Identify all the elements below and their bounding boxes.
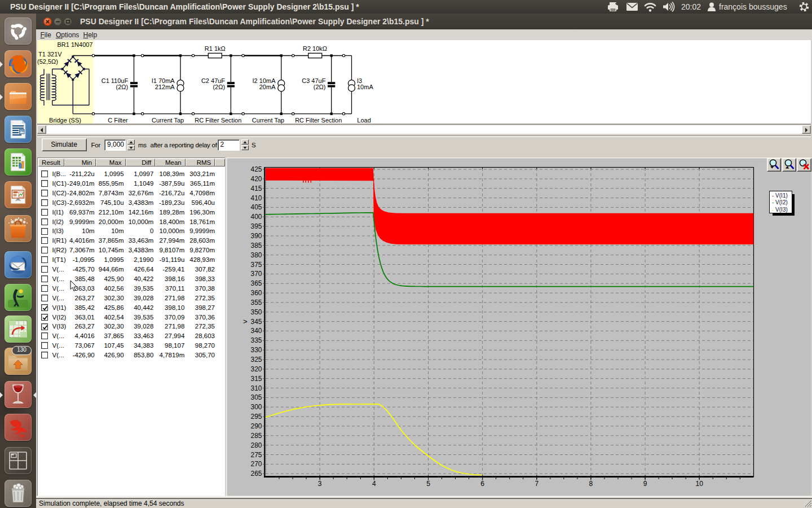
svg-text:425: 425	[250, 165, 262, 173]
svg-text:20:02: 20:02	[681, 2, 701, 11]
svg-text:RC Filter Section: RC Filter Section	[295, 117, 342, 124]
svg-text:10: 10	[695, 479, 703, 487]
svg-text:Current Tap: Current Tap	[252, 117, 284, 124]
svg-text:355: 355	[250, 298, 262, 306]
svg-text:C Filter: C Filter	[108, 117, 128, 124]
svg-text:Load: Load	[357, 117, 370, 124]
svg-text:françois boussuges: françois boussuges	[719, 2, 787, 11]
svg-text:8: 8	[589, 479, 593, 487]
svg-text:270: 270	[250, 460, 262, 468]
svg-text:BR1 1N4007: BR1 1N4007	[58, 41, 93, 48]
svg-text:325: 325	[250, 356, 262, 364]
svg-text:370: 370	[250, 270, 262, 278]
svg-text:Bridge (SS): Bridge (SS)	[49, 117, 81, 124]
svg-text:7: 7	[535, 479, 539, 487]
svg-text:400: 400	[250, 213, 262, 221]
svg-text:212mA: 212mA	[155, 84, 175, 90]
svg-text:9: 9	[643, 479, 647, 487]
svg-text:335: 335	[250, 336, 262, 344]
svg-text:(2Ω): (2Ω)	[213, 84, 225, 90]
svg-text:340: 340	[250, 327, 262, 335]
svg-text:295: 295	[250, 413, 262, 421]
svg-text:4: 4	[372, 479, 376, 487]
svg-text:385: 385	[250, 241, 262, 249]
svg-text:R1 1kΩ: R1 1kΩ	[205, 45, 226, 52]
svg-text:T1 321V: T1 321V	[38, 51, 62, 58]
svg-text:395: 395	[250, 222, 262, 230]
svg-text:320: 320	[250, 365, 262, 373]
svg-text:310: 310	[250, 384, 262, 392]
svg-text:(2Ω): (2Ω)	[116, 84, 129, 90]
svg-text:10mA: 10mA	[357, 84, 373, 90]
svg-text:285: 285	[250, 431, 262, 439]
svg-text:315: 315	[250, 374, 262, 382]
svg-text:415: 415	[250, 184, 262, 192]
svg-text:330: 330	[250, 346, 262, 354]
svg-text:420: 420	[250, 174, 262, 182]
svg-text:3: 3	[317, 479, 321, 487]
svg-text:R2 10kΩ: R2 10kΩ	[303, 45, 327, 52]
svg-text:RC Filter Section: RC Filter Section	[195, 117, 241, 124]
svg-text:275: 275	[250, 450, 262, 458]
svg-text:405: 405	[250, 203, 262, 211]
svg-text:380: 380	[250, 251, 262, 259]
svg-text:390: 390	[250, 231, 262, 239]
svg-text:410: 410	[250, 194, 262, 202]
svg-text:5: 5	[426, 479, 430, 487]
svg-text:265: 265	[250, 470, 262, 478]
svg-text:305: 305	[250, 393, 262, 401]
svg-text:300: 300	[250, 403, 262, 411]
svg-text:(52,5Ω): (52,5Ω)	[37, 58, 58, 65]
svg-text:6: 6	[480, 479, 484, 487]
svg-text:(2Ω): (2Ω)	[314, 84, 326, 90]
svg-text:280: 280	[250, 441, 262, 449]
svg-text:345: 345	[250, 317, 262, 325]
svg-text:360: 360	[250, 289, 262, 297]
svg-text:365: 365	[250, 279, 262, 287]
svg-text:290: 290	[250, 422, 262, 430]
svg-text:350: 350	[250, 308, 262, 316]
svg-text:375: 375	[250, 260, 262, 268]
svg-text:>: >	[243, 317, 248, 326]
svg-text:20mA: 20mA	[259, 84, 276, 90]
svg-text:Current Tap: Current Tap	[152, 117, 184, 124]
